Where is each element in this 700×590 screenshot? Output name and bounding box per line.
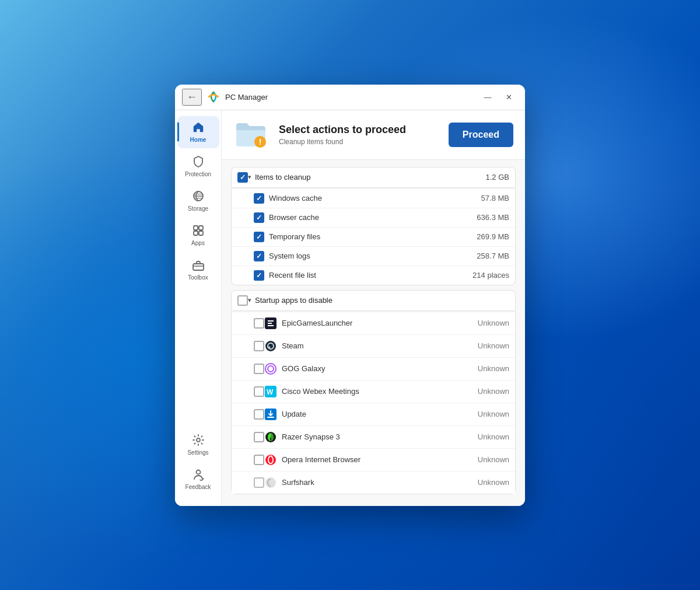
sidebar: Home Protection <box>175 110 222 506</box>
svg-text:W: W <box>267 388 274 396</box>
back-button[interactable]: ← <box>182 89 202 106</box>
table-row: Temporary files 269.9 MB <box>232 227 515 246</box>
sidebar-label-toolbox: Toolbox <box>188 274 208 281</box>
minimize-button[interactable]: — <box>478 89 497 105</box>
list-item: Steam Unknown <box>232 334 515 357</box>
cleanup-chevron[interactable]: ▾ <box>248 173 251 181</box>
sidebar-label-storage: Storage <box>188 205 208 212</box>
update-status: Unknown <box>478 410 509 418</box>
browser-cache-checkbox[interactable] <box>254 212 264 223</box>
banner-title: Select actions to proceed <box>279 123 440 137</box>
steam-status: Unknown <box>478 341 509 350</box>
table-row: Windows cache 57.8 MB <box>232 188 515 208</box>
svg-rect-1 <box>194 226 198 230</box>
proceed-button[interactable]: Proceed <box>449 123 513 147</box>
startup-section-header: ▾ Startup apps to disable <box>231 290 516 311</box>
window-body: Home Protection <box>175 110 525 506</box>
system-logs-label: System logs <box>269 252 477 260</box>
list-item: Opera Internet Browser Unknown <box>232 448 515 471</box>
title-bar: ← PC Manager — ✕ <box>175 85 525 110</box>
sidebar-label-home: Home <box>190 137 206 144</box>
razer-status: Unknown <box>478 432 509 441</box>
close-button[interactable]: ✕ <box>499 89 518 105</box>
surfshark-status: Unknown <box>478 478 509 487</box>
gog-name: GOG Galaxy <box>282 364 478 373</box>
temp-files-checkbox[interactable] <box>254 232 264 242</box>
cleanup-sub-items: Windows cache 57.8 MB Browser cache 636.… <box>231 188 516 285</box>
storage-icon <box>192 190 205 204</box>
webex-checkbox[interactable] <box>254 386 264 397</box>
startup-chevron[interactable]: ▾ <box>248 296 251 304</box>
scroll-area[interactable]: ▾ Items to cleanup 1.2 GB Windows cache … <box>222 160 525 506</box>
settings-icon <box>192 434 205 448</box>
sidebar-item-feedback[interactable]: Feedback <box>177 463 219 495</box>
system-logs-size: 258.7 MB <box>477 252 509 260</box>
system-logs-checkbox[interactable] <box>254 251 264 261</box>
cleanup-section-header: ▾ Items to cleanup 1.2 GB <box>231 167 516 188</box>
windows-cache-checkbox[interactable] <box>254 193 264 204</box>
startup-section-label: Startup apps to disable <box>255 296 509 305</box>
sidebar-label-apps: Apps <box>191 240 205 247</box>
sidebar-item-settings[interactable]: Settings <box>177 429 219 461</box>
sidebar-item-home[interactable]: Home <box>177 116 219 148</box>
browser-cache-label: Browser cache <box>269 213 477 222</box>
sidebar-label-settings: Settings <box>187 449 208 456</box>
update-icon <box>264 408 277 421</box>
window-controls: — ✕ <box>478 89 518 105</box>
shield-icon <box>192 155 205 170</box>
windows-cache-size: 57.8 MB <box>481 194 509 203</box>
svg-rect-4 <box>199 231 203 235</box>
sidebar-item-toolbox[interactable]: Toolbox <box>177 254 219 286</box>
epic-checkbox[interactable] <box>254 318 264 329</box>
app-logo <box>208 91 219 103</box>
svg-text:!: ! <box>259 137 262 146</box>
startup-checkbox[interactable] <box>237 295 248 306</box>
update-name: Update <box>282 410 478 418</box>
startup-apps-list: EpicGamesLauncher Unknown <box>231 312 516 494</box>
list-item: Razer Synapse 3 Unknown <box>232 425 515 448</box>
webex-status: Unknown <box>478 387 509 396</box>
browser-cache-size: 636.3 MB <box>477 213 509 222</box>
gog-icon <box>264 362 277 375</box>
webex-icon: W <box>264 385 277 398</box>
steam-icon <box>264 340 277 352</box>
cleanup-section: ▾ Items to cleanup 1.2 GB Windows cache … <box>231 167 516 285</box>
sidebar-bottom: Settings Feedback <box>177 428 219 501</box>
banner-text: Select actions to proceed Cleanup items … <box>279 123 440 146</box>
epic-icon <box>264 317 277 330</box>
table-row: Browser cache 636.3 MB <box>232 208 515 227</box>
gog-checkbox[interactable] <box>254 364 264 374</box>
epic-name: EpicGamesLauncher <box>282 319 478 327</box>
surfshark-icon <box>264 476 277 489</box>
gog-status: Unknown <box>478 364 509 373</box>
list-item: W Cisco Webex Meetings Unknown <box>232 380 515 403</box>
steam-name: Steam <box>282 341 478 350</box>
svg-rect-5 <box>193 264 204 270</box>
surfshark-checkbox[interactable] <box>254 477 264 488</box>
list-item: Update Unknown <box>232 403 515 425</box>
sidebar-label-protection: Protection <box>185 171 211 178</box>
cleanup-checkbox[interactable] <box>237 172 248 183</box>
sidebar-label-feedback: Feedback <box>186 484 211 491</box>
table-row: Recent file list 214 places <box>232 266 515 285</box>
svg-point-14 <box>265 364 276 374</box>
sidebar-item-storage[interactable]: Storage <box>177 185 219 217</box>
apps-icon <box>192 224 205 239</box>
banner-folder-icon: ! <box>233 120 271 150</box>
sidebar-item-apps[interactable]: Apps <box>177 219 219 252</box>
opera-checkbox[interactable] <box>254 455 264 465</box>
sidebar-item-protection[interactable]: Protection <box>177 151 219 183</box>
list-item: EpicGamesLauncher Unknown <box>232 312 515 334</box>
main-content: ! Select actions to proceed Cleanup item… <box>222 110 525 506</box>
svg-point-6 <box>197 438 200 442</box>
recent-file-label: Recent file list <box>269 271 473 280</box>
banner-subtitle: Cleanup items found <box>279 138 440 146</box>
home-icon <box>192 121 205 135</box>
svg-rect-2 <box>199 226 203 230</box>
steam-checkbox[interactable] <box>254 341 264 351</box>
update-checkbox[interactable] <box>254 409 264 420</box>
recent-file-checkbox[interactable] <box>254 270 264 281</box>
opera-name: Opera Internet Browser <box>282 455 478 464</box>
razer-checkbox[interactable] <box>254 432 264 442</box>
table-row: System logs 258.7 MB <box>232 246 515 266</box>
